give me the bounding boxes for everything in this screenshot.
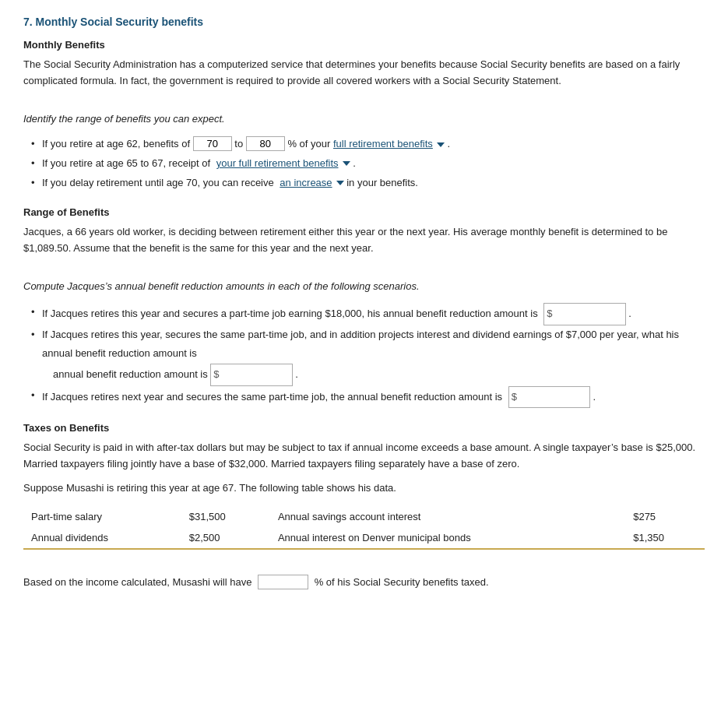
range-bullet3-input-container: $	[508, 386, 590, 409]
bullet1-dropdown-arrow	[437, 142, 445, 147]
bullet-age70: If you delay retirement until age 70, yo…	[31, 174, 705, 193]
section-title: 7. Monthly Social Security benefits	[23, 16, 705, 28]
dollar-prefix-2: $	[211, 364, 221, 385]
taxes-heading: Taxes on Benefits	[23, 422, 705, 434]
range-bullet2-pre: If Jacques retires this year, secures th…	[42, 329, 679, 360]
musashi-table: Part-time salary $31,500 Annual savings …	[23, 506, 705, 550]
range-bullet3-dot: .	[593, 391, 596, 403]
table-cell-r2c2-value: $1,350	[625, 527, 705, 549]
range-heading: Range of Benefits	[23, 206, 705, 218]
monthly-benefits-paragraph1: The Social Security Administration has a…	[23, 57, 705, 90]
table-cell-r1c2-value: $275	[625, 506, 705, 527]
table-row: Annual dividends $2,500 Annual interest …	[23, 527, 705, 549]
bullet2-dot: .	[353, 157, 356, 169]
monthly-benefits-section: Monthly Benefits The Social Security Adm…	[23, 39, 705, 192]
bullet2-dropdown-arrow	[343, 161, 350, 166]
table-cell-r2c1-label: Annual dividends	[23, 527, 181, 549]
dollar-prefix-1: $	[544, 304, 554, 325]
range-bullets: If Jacques retires this year and secures…	[23, 303, 705, 408]
bullet1-post: % of your	[287, 138, 330, 149]
range-bullet3-pre: If Jacques retires next year and secures…	[42, 391, 502, 403]
taxes-final-pre: Based on the income calculated, Musashi …	[23, 576, 251, 588]
range-bullet1-pre: If Jacques retires this year and secures…	[42, 308, 538, 319]
monthly-benefits-bullets: If you retire at age 62, benefits of to …	[23, 135, 705, 192]
bullet-age65: If you retire at age 65 to 67, receipt o…	[31, 154, 705, 174]
bullet1-input2[interactable]	[246, 136, 285, 151]
table-cell-r2c1-value: $2,500	[181, 527, 270, 549]
musashi-table-container: Part-time salary $31,500 Annual savings …	[23, 506, 705, 550]
range-bullet1-dot: .	[628, 308, 631, 319]
bullet1-mid: to	[234, 138, 245, 149]
range-bullet3-input[interactable]	[519, 390, 589, 403]
bullet3-dropdown-arrow	[336, 181, 344, 185]
range-bullet1-input[interactable]	[555, 308, 625, 321]
range-paragraph1: Jacques, a 66 years old worker, is decid…	[23, 224, 705, 257]
table-cell-r1c1-label: Part-time salary	[23, 506, 181, 527]
monthly-benefits-heading: Monthly Benefits	[23, 39, 705, 51]
range-bullet2: If Jacques retires this year, secures th…	[31, 325, 705, 386]
range-bullet2-indent: annual benefit reduction amount is	[42, 368, 210, 380]
table-cell-r2c2-label: Annual interest on Denver municipal bond…	[270, 527, 625, 549]
taxes-paragraph2: Suppose Musashi is retiring this year at…	[23, 480, 705, 497]
range-bullet1: If Jacques retires this year and secures…	[31, 303, 705, 325]
bullet3-link[interactable]: an increase	[280, 174, 343, 193]
bullet-age62: If you retire at age 62, benefits of to …	[31, 135, 705, 154]
taxes-section: Taxes on Benefits Social Security is pai…	[23, 422, 705, 590]
bullet1-pre: If you retire at age 62, benefits of	[42, 138, 190, 149]
range-intro: Compute Jacques’s annual benefit reducti…	[23, 279, 705, 295]
bullet2-link[interactable]: your full retirement benefits	[216, 154, 350, 174]
taxes-final: Based on the income calculated, Musashi …	[23, 575, 705, 591]
bullet1-link[interactable]: full retirement benefits	[333, 135, 445, 154]
bullet3-post: in your benefits.	[346, 177, 418, 188]
range-bullet1-input-container: $	[543, 303, 625, 325]
range-bullet2-input-container: $	[210, 364, 292, 386]
range-bullet2-dot: .	[295, 368, 298, 380]
taxes-final-input[interactable]	[258, 575, 308, 589]
range-of-benefits-section: Range of Benefits Jacques, a 66 years ol…	[23, 206, 705, 408]
bullet1-input1[interactable]	[193, 136, 232, 151]
taxes-final-post: % of his Social Security benefits taxed.	[315, 576, 489, 588]
table-row: Part-time salary $31,500 Annual savings …	[23, 506, 705, 527]
taxes-paragraph1: Social Security is paid in with after-ta…	[23, 440, 705, 473]
range-bullet2-input[interactable]	[222, 368, 292, 382]
bullet3-pre: If you delay retirement until age 70, yo…	[42, 177, 274, 188]
range-bullet3: If Jacques retires next year and secures…	[31, 386, 705, 409]
table-cell-r1c1-value: $31,500	[181, 506, 270, 527]
dollar-prefix-3: $	[509, 387, 519, 408]
table-cell-r1c2-label: Annual savings account interest	[270, 506, 625, 527]
monthly-benefits-intro: Identify the range of benefits you can e…	[23, 111, 705, 128]
bullet2-pre: If you retire at age 65 to 67, receipt o…	[42, 157, 210, 169]
bullet1-dot: .	[447, 138, 450, 149]
